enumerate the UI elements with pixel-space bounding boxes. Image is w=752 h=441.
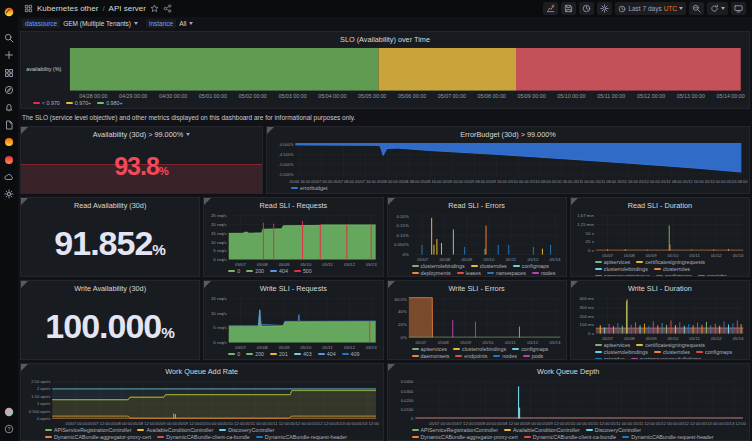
legend-item[interactable]: 422 bbox=[228, 358, 246, 359]
legend-item[interactable]: daemonsets bbox=[412, 353, 450, 359]
slo-chart[interactable]: 04/28 00:0004/29 00:0004/30 00:0005/01 0… bbox=[21, 45, 749, 100]
panel-title[interactable]: Read SLI - Requests bbox=[204, 198, 382, 211]
snapshot-clock-button[interactable] bbox=[579, 2, 594, 15]
legend-item[interactable]: DiscoveryController bbox=[586, 427, 641, 433]
datasource-dropdown[interactable]: GEM (Multiple Tenants) bbox=[63, 20, 138, 27]
panel-info-corner-icon[interactable] bbox=[21, 281, 28, 288]
legend-item[interactable]: AvailableConditionController bbox=[504, 427, 580, 433]
legend-item[interactable]: DynamicCABundle-client-ca-bundle bbox=[524, 434, 617, 440]
panel-info-corner-icon[interactable] bbox=[204, 198, 211, 205]
legend-item[interactable]: configmaps bbox=[696, 349, 732, 355]
alerting-icon[interactable] bbox=[4, 102, 15, 113]
legend-item[interactable]: DynamicCABundle-aggregator-proxy-cert bbox=[412, 434, 518, 440]
legend-item[interactable]: DynamicCABundle-request-header bbox=[256, 434, 347, 440]
panel-info-corner-icon[interactable] bbox=[21, 127, 28, 134]
legend-item[interactable]: clusterrolebindings bbox=[595, 266, 648, 272]
legend-item[interactable]: DynamicCABundle-aggregator-proxy-cert bbox=[45, 434, 151, 440]
help-icon[interactable]: ? bbox=[4, 424, 15, 435]
legend-item[interactable]: 500 bbox=[294, 268, 312, 274]
panel-title[interactable]: Write SLI - Errors bbox=[388, 281, 566, 294]
legend-item[interactable]: DynamicCABundle-client-ca-bundle bbox=[157, 434, 250, 440]
save-dashboard-button[interactable] bbox=[561, 2, 576, 15]
legend-item[interactable]: DiscoveryController bbox=[219, 427, 274, 433]
refresh-interval-chevron-icon[interactable] bbox=[721, 7, 725, 10]
star-icon[interactable] bbox=[150, 4, 159, 13]
panel-info-corner-icon[interactable] bbox=[388, 281, 395, 288]
panel-title[interactable]: ErrorBudget (30d) > 99.000% bbox=[267, 127, 749, 140]
legend-item[interactable]: 403 bbox=[294, 351, 312, 357]
legend-item[interactable]: 0.970+ bbox=[66, 100, 91, 106]
panel-title[interactable]: Work Queue Add Rate bbox=[21, 364, 383, 377]
legend-item[interactable]: 429 bbox=[252, 358, 270, 359]
instance-dropdown[interactable]: All bbox=[179, 20, 193, 27]
explore-icon[interactable] bbox=[4, 85, 15, 96]
legend-item[interactable]: namespaces bbox=[487, 270, 526, 276]
legend-item[interactable]: 200 bbox=[246, 351, 264, 357]
legend-item[interactable]: 409 bbox=[342, 351, 360, 357]
panel-info-corner-icon[interactable] bbox=[388, 364, 395, 371]
legend-item[interactable]: customresourcedefinitions bbox=[631, 356, 702, 359]
legend-item[interactable]: 0.980+ bbox=[97, 100, 122, 106]
legend-item[interactable]: csinodes bbox=[595, 356, 625, 359]
legend-item[interactable]: < 0.970 bbox=[33, 100, 60, 106]
panel-title[interactable]: Read SLI - Errors bbox=[388, 198, 566, 211]
read-errors-legend[interactable]: clusterrolebindingsclusterrolesconfigmap… bbox=[388, 262, 566, 276]
legend-item[interactable]: pods bbox=[523, 353, 544, 359]
write-duration-chart[interactable]: 400 ms300 ms200 ms100 ms0 s05/0705/0805/… bbox=[571, 294, 749, 342]
read-requests-chart[interactable]: 25 req/s20 req/s15 req/s10 req/s5 req/s0… bbox=[204, 211, 382, 268]
legend-item[interactable]: clusterroles bbox=[654, 349, 690, 355]
errorbudget-chart[interactable]: -4.000%-4.500%-5.000%-5.500%05/06 16:000… bbox=[267, 140, 749, 185]
legend-item[interactable]: certificatesigningrequests bbox=[636, 342, 705, 348]
legend-item[interactable]: DynamicCABundle-request-header bbox=[622, 434, 713, 440]
legend-item[interactable]: 0 bbox=[228, 351, 240, 357]
write-errors-chart[interactable]: 60.0%40%20%0%05/0705/0805/0905/1005/1105… bbox=[388, 294, 566, 346]
legend-item[interactable]: leases bbox=[457, 270, 481, 276]
panel-info-corner-icon[interactable] bbox=[388, 198, 395, 205]
legend-item[interactable]: clusterrolebindings bbox=[453, 346, 506, 352]
legend-item[interactable]: apiservices bbox=[595, 342, 631, 348]
legend-item[interactable]: componentstatuses bbox=[595, 273, 650, 276]
panel-info-corner-icon[interactable] bbox=[571, 281, 578, 288]
panel-title[interactable]: Read SLI - Duration bbox=[571, 198, 749, 211]
legend-item[interactable]: 500 bbox=[276, 358, 294, 359]
read-errors-chart[interactable]: 0.20%0.15%0.10%0.050%0%05/0705/0805/0905… bbox=[388, 211, 566, 263]
legend-item[interactable]: clusterrolebindings bbox=[595, 349, 648, 355]
work-queue-depth-chart[interactable]: 0.04000.03000.02000.0100005/07 00:0005/0… bbox=[388, 377, 750, 427]
panel-title[interactable]: SLO (Availability) over Time bbox=[21, 32, 749, 45]
write-requests-legend[interactable]: 0200201403404409422429500 bbox=[204, 350, 382, 359]
search-icon[interactable] bbox=[4, 32, 15, 43]
library-icon[interactable] bbox=[4, 119, 15, 130]
add-panel-button[interactable] bbox=[543, 2, 558, 15]
write-errors-legend[interactable]: apiservicesclusterrolebindingsconfigmaps… bbox=[388, 345, 566, 359]
legend-item[interactable]: certificatesigningrequests bbox=[636, 259, 705, 265]
read-requests-legend[interactable]: 0200404500 bbox=[204, 267, 382, 276]
legend-item[interactable]: errorbudget bbox=[291, 185, 327, 191]
legend-item[interactable]: deployments bbox=[412, 270, 451, 276]
legend-item[interactable]: APIServiceRegistrationController bbox=[412, 427, 498, 433]
legend-item[interactable]: cronjobs bbox=[698, 273, 727, 276]
legend-item[interactable]: 200 bbox=[246, 268, 264, 274]
breadcrumb-dashboard[interactable]: API server bbox=[109, 4, 146, 13]
panel-info-corner-icon[interactable] bbox=[571, 198, 578, 205]
legend-item[interactable]: apiservices bbox=[595, 259, 631, 265]
errorbudget-legend[interactable]: errorbudget bbox=[267, 184, 749, 193]
legend-item[interactable]: apiservices bbox=[412, 346, 448, 352]
panel-title[interactable]: Write SLI - Duration bbox=[571, 281, 749, 294]
write-requests-chart[interactable]: 15 req/s10 req/s5 req/s0 req/s05/0705/08… bbox=[204, 294, 382, 351]
time-range-picker[interactable]: Last 7 days UTC bbox=[615, 2, 686, 15]
legend-item[interactable]: 201 bbox=[270, 351, 288, 357]
legend-item[interactable]: endpoints bbox=[455, 353, 487, 359]
refresh-button[interactable] bbox=[707, 2, 728, 15]
legend-item[interactable]: 404 bbox=[270, 268, 288, 274]
legend-item[interactable]: clusterrolebindings bbox=[412, 263, 465, 269]
plugin-a-icon[interactable] bbox=[4, 137, 15, 148]
panel-info-corner-icon[interactable] bbox=[21, 364, 28, 371]
legend-item[interactable]: configmaps bbox=[512, 346, 548, 352]
share-icon[interactable] bbox=[163, 4, 172, 13]
legend-item[interactable]: configmaps bbox=[656, 273, 692, 276]
panel-info-corner-icon[interactable] bbox=[204, 281, 211, 288]
write-duration-legend[interactable]: apiservicescertificatesigningrequestsclu… bbox=[571, 341, 749, 359]
read-duration-chart[interactable]: 1.67 min1.25 min50 s25 s0 s05/0705/0805/… bbox=[571, 211, 749, 259]
legend-item[interactable]: configmaps bbox=[513, 263, 549, 269]
read-duration-legend[interactable]: apiservicescertificatesigningrequestsclu… bbox=[571, 258, 749, 276]
